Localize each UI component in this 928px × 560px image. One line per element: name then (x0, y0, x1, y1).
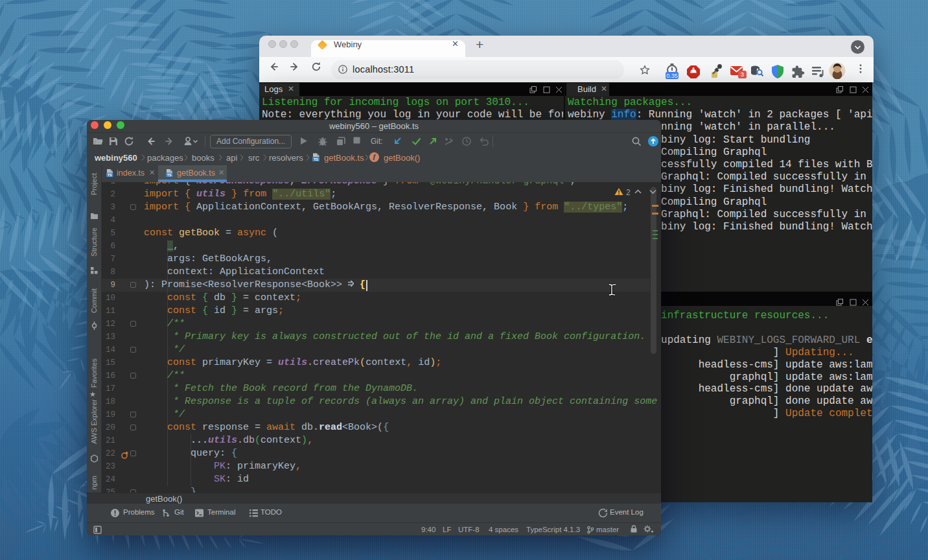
svg-text:0.35: 0.35 (666, 73, 678, 79)
svg-text:2: 2 (626, 188, 631, 197)
svg-text:TS: TS (167, 173, 172, 177)
svg-text:3: 3 (741, 71, 744, 78)
svg-text:TS: TS (108, 173, 112, 177)
svg-text:TS: TS (314, 158, 318, 161)
